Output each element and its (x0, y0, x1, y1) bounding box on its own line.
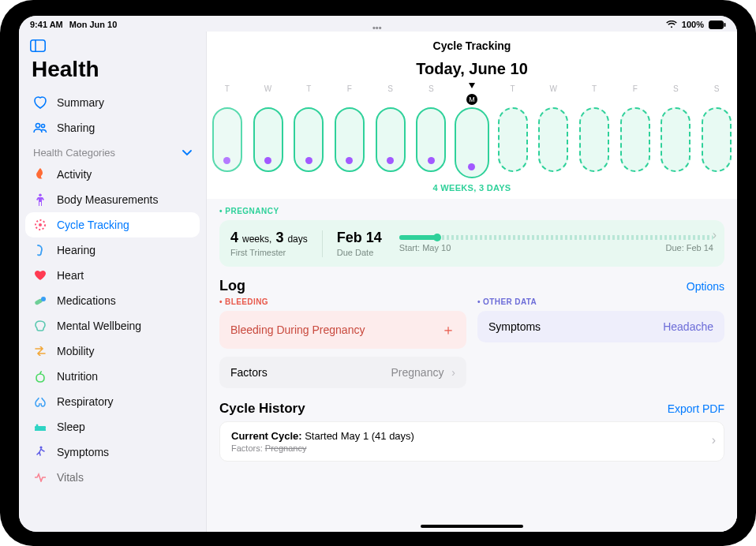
body-icon (33, 193, 47, 207)
sidebar-item-medications[interactable]: Medications (25, 288, 200, 313)
divider (322, 230, 323, 257)
day-pill-future[interactable] (620, 107, 650, 172)
health-categories-header[interactable]: Health Categories (25, 140, 200, 162)
day-pill-future[interactable] (661, 107, 691, 172)
add-icon[interactable]: ＋ (441, 320, 455, 339)
cycle-history-heading: Cycle History (219, 401, 305, 417)
svg-point-5 (41, 124, 44, 127)
other-data-section-label: OTHER DATA (477, 297, 724, 306)
sidebar-item-body-measurements[interactable]: Body Measurements (25, 187, 200, 212)
screen: 9:41 AM Mon Jun 10 ••• 100% Health (19, 16, 737, 532)
gestation-block: 4 weeks, 3 days First Trimester (230, 230, 308, 257)
heart-outline-icon (33, 95, 47, 110)
day-pill-future[interactable] (579, 107, 609, 172)
symptoms-row-value: Headache (663, 320, 713, 333)
day-pill-future[interactable] (702, 107, 732, 172)
sidebar-item-sharing[interactable]: Sharing (25, 115, 200, 140)
fertile-dot-icon (428, 157, 435, 164)
day-pill-today[interactable] (455, 107, 489, 178)
day-label: S (656, 84, 697, 93)
day-pill-future[interactable] (538, 107, 568, 172)
day-label: F (329, 84, 370, 93)
chevron-down-icon (182, 150, 192, 156)
sidebar-item-label: Nutrition (57, 370, 98, 383)
cycle-icon (33, 218, 47, 232)
sidebar-item-cycle-tracking[interactable]: Cycle Tracking (25, 212, 200, 237)
sidebar-item-label: Cycle Tracking (57, 219, 129, 231)
export-pdf-link[interactable]: Export PDF (668, 402, 724, 415)
day-label: T (574, 84, 615, 93)
progress-end-label: Due: Feb 14 (665, 243, 713, 252)
day-pill-future[interactable] (498, 107, 528, 172)
progress-knob-icon (433, 234, 441, 241)
fertile-dot-icon (387, 157, 394, 164)
sidebar-item-vitals[interactable]: Vitals (25, 465, 200, 490)
status-bar: 9:41 AM Mon Jun 10 ••• 100% (19, 16, 737, 32)
arrows-icon (33, 344, 47, 358)
day-label: S (696, 84, 737, 93)
factors-row-value: Pregnancy (391, 366, 444, 379)
heart-icon (33, 268, 47, 282)
svg-rect-2 (31, 40, 45, 51)
sidebar-item-label: Mental Wellbeing (57, 320, 141, 332)
history-factors-label: Factors: (231, 443, 265, 453)
due-date-value: Feb 14 (337, 230, 382, 246)
sidebar-item-label: Body Measurements (57, 193, 158, 206)
pregnancy-card[interactable]: › 4 weeks, 3 days First Trimester (219, 220, 724, 267)
sidebar-item-nutrition[interactable]: Nutrition (25, 364, 200, 389)
svg-rect-12 (35, 429, 46, 431)
sidebar-item-mobility[interactable]: Mobility (25, 338, 200, 364)
day-pill[interactable] (416, 107, 446, 172)
bleeding-section-label: BLEEDING (219, 297, 466, 306)
sidebar-item-label: Respiratory (57, 395, 114, 408)
today-marker: M (466, 94, 477, 105)
bleeding-row[interactable]: Bleeding During Pregnancy ＋ (219, 311, 466, 349)
people-icon (33, 121, 47, 135)
bleeding-row-label: Bleeding During Pregnancy (230, 323, 365, 336)
status-time: 9:41 AM (30, 20, 63, 29)
flame-icon (33, 167, 47, 181)
chevron-right-icon: › (712, 433, 716, 447)
day-pill[interactable] (253, 107, 283, 172)
day-pill[interactable] (294, 107, 324, 172)
home-indicator[interactable] (421, 525, 523, 528)
sidebar-item-activity[interactable]: Activity (25, 162, 200, 187)
symptoms-row[interactable]: Symptoms Headache (477, 311, 724, 342)
brain-icon (33, 319, 47, 333)
sidebar-toggle-icon[interactable] (25, 36, 200, 57)
day-pill[interactable] (376, 107, 406, 172)
pills-icon (33, 294, 47, 308)
sidebar-item-respiratory[interactable]: Respiratory (25, 389, 200, 414)
day-pill[interactable] (335, 107, 365, 172)
sidebar-item-sleep[interactable]: Sleep (25, 414, 200, 439)
sidebar-item-summary[interactable]: Summary (25, 90, 200, 115)
bed-icon (33, 420, 47, 434)
main-panel: Cycle Tracking Today, June 10 T W T F S … (207, 32, 737, 532)
cycle-timeline[interactable]: T W T F S S M T W T F S (207, 84, 737, 193)
symptoms-row-label: Symptoms (488, 320, 541, 333)
factors-row[interactable]: Factors Pregnancy › (219, 357, 466, 388)
current-cycle-bold: Current Cycle: (231, 430, 302, 442)
due-date-block: Feb 14 Due Date (337, 230, 382, 257)
multitask-dots[interactable]: ••• (372, 23, 384, 26)
day-labels-row: T W T F S S M T W T F S (207, 84, 737, 93)
svg-point-10 (41, 297, 46, 301)
sidebar-item-mental-wellbeing[interactable]: Mental Wellbeing (25, 313, 200, 338)
log-options-link[interactable]: Options (687, 280, 724, 293)
svg-point-6 (39, 194, 42, 197)
chevron-right-icon: › (451, 366, 455, 379)
sidebar-item-label: Symptoms (57, 446, 109, 458)
trimester-label: First Trimester (230, 248, 308, 257)
status-date: Mon Jun 10 (69, 20, 118, 29)
fertile-dot-icon (346, 157, 353, 164)
sidebar-item-symptoms[interactable]: Symptoms (25, 439, 200, 465)
day-pill[interactable] (212, 107, 242, 172)
sidebar-item-label: Sleep (57, 421, 85, 433)
battery-percent: 100% (682, 20, 704, 29)
sidebar-item-hearing[interactable]: Hearing (25, 237, 200, 263)
cycle-history-card[interactable]: › Current Cycle: Started May 1 (41 days)… (219, 421, 724, 462)
sidebar-item-label: Heart (57, 269, 84, 282)
sidebar-item-heart[interactable]: Heart (25, 263, 200, 288)
sidebar: Health Summary Sharing Health Categories (19, 32, 207, 532)
lungs-icon (33, 395, 47, 409)
